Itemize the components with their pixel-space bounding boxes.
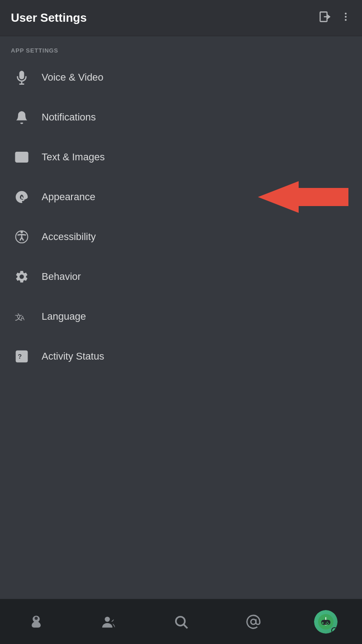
palette-icon — [11, 186, 33, 208]
svg-point-4 — [345, 19, 347, 21]
accessibility-label: Accessibility — [42, 231, 96, 243]
microphone-icon — [11, 67, 33, 88]
nav-item-search[interactable] — [167, 608, 195, 635]
bell-icon: ! — [11, 106, 33, 128]
menu-item-activity-status[interactable]: ? Activity Status — [0, 336, 362, 376]
svg-point-30 — [327, 624, 328, 625]
accessibility-icon — [11, 226, 33, 248]
menu-item-notifications[interactable]: ! Notifications — [0, 97, 362, 137]
svg-point-29 — [328, 623, 329, 624]
notifications-label: Notifications — [42, 111, 96, 123]
nav-item-mentions[interactable] — [240, 608, 267, 635]
svg-rect-27 — [322, 622, 324, 623]
menu-item-behavior[interactable]: Behavior — [0, 257, 362, 297]
header-actions — [319, 10, 351, 26]
svg-point-21 — [176, 616, 185, 625]
red-arrow-indicator — [258, 179, 348, 215]
svg-text:?: ? — [18, 353, 22, 360]
voice-video-label: Voice & Video — [42, 72, 104, 83]
svg-point-28 — [327, 621, 328, 623]
language-icon: 文 A — [11, 306, 33, 327]
language-label: Language — [42, 311, 86, 322]
svg-text:A: A — [20, 315, 24, 322]
svg-point-3 — [345, 16, 347, 18]
svg-point-20 — [105, 616, 110, 621]
bottom-nav — [0, 599, 362, 644]
nav-item-friends[interactable] — [95, 608, 122, 635]
section-label: APP SETTINGS — [0, 36, 362, 58]
image-icon — [11, 146, 33, 168]
menu-item-appearance[interactable]: Appearance — [0, 177, 362, 217]
menu-item-voice-video[interactable]: Voice & Video — [0, 58, 362, 97]
activity-status-label: Activity Status — [42, 351, 104, 362]
nav-item-profile[interactable] — [312, 608, 339, 635]
app-settings-section: APP SETTINGS Voice & Video ! — [0, 36, 362, 376]
nav-item-home[interactable] — [23, 608, 50, 635]
svg-marker-13 — [258, 181, 348, 213]
more-icon[interactable] — [340, 11, 351, 25]
avatar — [314, 610, 338, 634]
menu-item-accessibility[interactable]: Accessibility — [0, 217, 362, 257]
behavior-label: Behavior — [42, 271, 81, 283]
text-images-label: Text & Images — [42, 151, 105, 163]
gear-icon — [11, 266, 33, 288]
activity-icon: ? — [11, 346, 33, 367]
svg-point-12 — [18, 155, 20, 157]
header: User Settings — [0, 0, 362, 36]
status-indicator — [331, 627, 338, 634]
svg-point-2 — [345, 13, 347, 14]
svg-line-22 — [184, 625, 187, 628]
appearance-label: Appearance — [42, 191, 95, 203]
menu-item-text-images[interactable]: Text & Images — [0, 137, 362, 177]
menu-item-language[interactable]: 文 A Language — [0, 297, 362, 336]
page-title: User Settings — [11, 11, 87, 25]
svg-text:!: ! — [21, 116, 23, 120]
svg-point-23 — [251, 619, 256, 624]
logout-icon[interactable] — [319, 10, 331, 26]
svg-point-31 — [326, 623, 327, 624]
